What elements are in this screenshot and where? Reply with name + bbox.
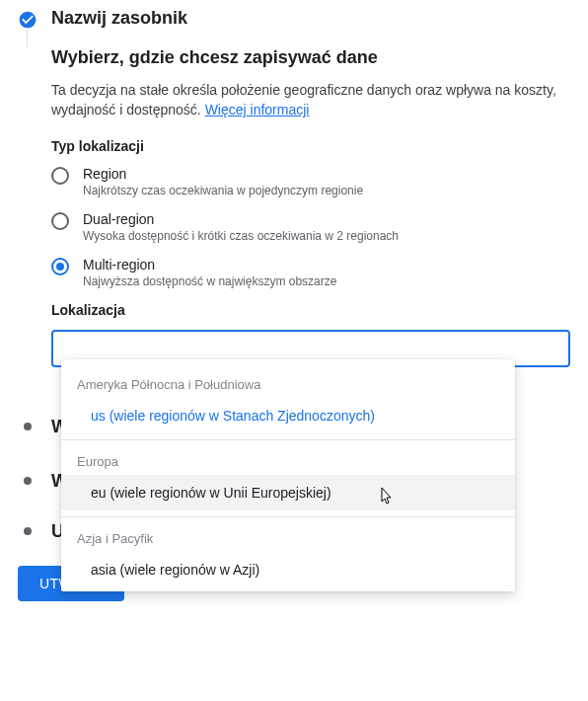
radio-sublabel: Najkrótszy czas oczekiwania w pojedynczy… bbox=[83, 184, 363, 197]
dropdown-option-us[interactable]: us (wiele regionów w Stanach Zjednoczony… bbox=[61, 398, 515, 433]
bullet-icon bbox=[24, 423, 32, 430]
dropdown-group-americas: Ameryka Północna i Południowa bbox=[61, 363, 515, 398]
radio-multi-region[interactable]: Multi-region Najwyższa dostępność w najw… bbox=[51, 257, 570, 288]
step-connector bbox=[27, 30, 28, 47]
step-title: Nazwij zasobnik bbox=[51, 8, 570, 29]
check-circle-icon bbox=[18, 10, 37, 30]
radio-label: Multi-region bbox=[83, 257, 336, 273]
dropdown-group-asia: Azja i Pacyfik bbox=[61, 517, 515, 552]
bullet-icon bbox=[24, 477, 32, 485]
radio-sublabel: Wysoka dostępność i krótki czas oczekiwa… bbox=[83, 229, 399, 243]
location-type-label: Typ lokalizacji bbox=[51, 138, 570, 154]
location-type-radio-group: Region Najkrótszy czas oczekiwania w poj… bbox=[51, 166, 570, 288]
dropdown-group-europe: Europa bbox=[61, 440, 515, 475]
dropdown-option-asia[interactable]: asia (wiele regionów w Azji) bbox=[61, 552, 515, 587]
radio-dual-region[interactable]: Dual-region Wysoka dostępność i krótki c… bbox=[51, 211, 570, 243]
radio-icon bbox=[51, 212, 69, 230]
step-name-bucket[interactable]: Nazwij zasobnik bbox=[18, 8, 570, 30]
dropdown-option-eu[interactable]: eu (wiele regionów w Unii Europejskiej) bbox=[61, 475, 515, 510]
radio-icon bbox=[51, 167, 69, 185]
radio-sublabel: Najwyższa dostępność w największym obsza… bbox=[83, 274, 336, 288]
radio-label: Dual-region bbox=[83, 211, 399, 227]
radio-icon-selected bbox=[51, 258, 69, 275]
radio-region[interactable]: Region Najkrótszy czas oczekiwania w poj… bbox=[51, 166, 570, 197]
bullet-icon bbox=[24, 527, 32, 535]
step-title: Wybierz, gdzie chcesz zapisywać dane bbox=[51, 47, 570, 68]
radio-label: Region bbox=[83, 166, 363, 182]
location-dropdown: Ameryka Północna i Południowa us (wiele … bbox=[61, 359, 515, 591]
location-label: Lokalizacja bbox=[51, 302, 570, 318]
location-select-wrapper: Ameryka Północna i Południowa us (wiele … bbox=[51, 330, 570, 367]
step-description: Ta decyzja na stałe określa położenie ge… bbox=[51, 80, 570, 120]
active-step-icon bbox=[18, 49, 37, 69]
more-info-link[interactable]: Więcej informacji bbox=[205, 102, 310, 117]
step-choose-location: Wybierz, gdzie chcesz zapisywać dane Ta … bbox=[18, 47, 570, 604]
